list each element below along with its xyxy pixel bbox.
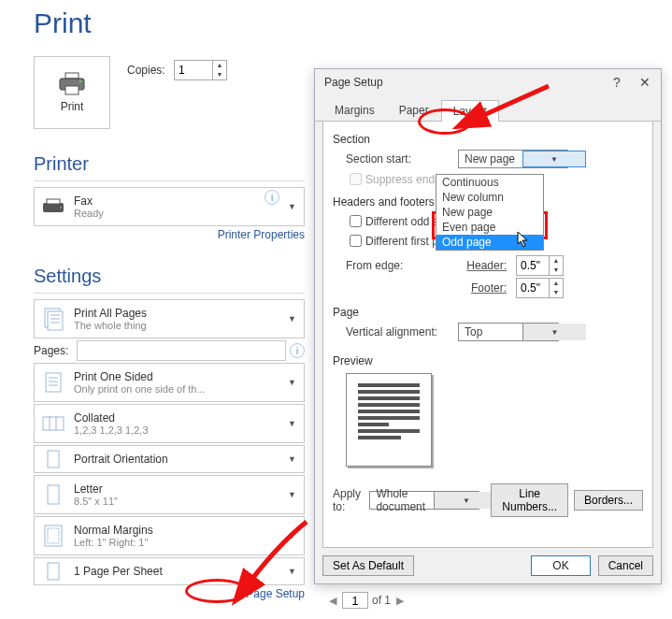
printer-heading: Printer [34,153,305,175]
printer-status: Ready [74,208,284,219]
next-page-button[interactable]: ▶ [394,595,406,607]
settings-heading: Settings [34,266,305,287]
dropdown-item[interactable]: New column [436,190,543,205]
svg-point-6 [60,207,62,209]
copies-label: Copies: [127,64,165,77]
svg-rect-12 [46,373,61,392]
info-icon[interactable]: i [261,190,279,205]
one-side-icon [38,367,68,397]
chevron-down-icon: ▼ [284,419,300,428]
spin-up[interactable]: ▲ [213,61,226,70]
header-label: Header: [458,259,507,272]
info-icon[interactable]: i [290,343,305,358]
valign-combo[interactable]: Top▼ [458,323,559,341]
copies-spinner[interactable]: ▲▼ [174,60,227,80]
section-start-label: Section start: [346,152,458,166]
footer-spinner[interactable]: ▲▼ [516,278,564,298]
svg-rect-18 [56,417,64,430]
svg-rect-23 [48,563,59,580]
from-edge-label: From edge: [346,259,458,272]
print-heading: Print [34,7,305,39]
collate-dropdown[interactable]: Collated1,2,3 1,2,3 1,2,3 ▼ [34,404,305,443]
dropdown-item[interactable]: Continuous [436,175,543,190]
different-first-check[interactable] [350,235,362,247]
chevron-down-icon: ▼ [522,324,586,340]
dropdown-item[interactable]: New page [436,205,543,220]
line-numbers-button[interactable]: Line Numbers... [491,483,568,517]
apply-to-combo[interactable]: Whole document▼ [369,491,479,510]
orientation-dropdown[interactable]: Portrait Orientation ▼ [34,445,305,473]
section-group-label: Section [333,133,643,146]
pages-label: Pages: [34,344,77,357]
svg-rect-20 [48,485,59,504]
printer-icon [58,72,86,96]
set-default-button[interactable]: Set As Default [322,555,414,576]
valign-label: Vertical alignment: [346,325,458,338]
section-start-combo[interactable]: New page▼ [458,150,568,168]
chevron-down-icon: ▼ [284,378,300,387]
chevron-down-icon: ▼ [284,490,300,499]
printer-name: Fax [74,194,284,208]
header-spinner[interactable]: ▲▼ [516,255,564,276]
dialog-title: Page Setup [324,76,603,89]
page-number-input[interactable] [342,592,368,609]
paper-size-dropdown[interactable]: Letter8.5" x 11" ▼ [34,475,305,514]
page-setup-link[interactable]: Page Setup [34,587,305,600]
borders-button[interactable]: Borders... [574,490,643,511]
printer-properties-link[interactable]: Printer Properties [34,228,305,241]
print-button-label: Print [61,100,84,113]
print-button[interactable]: Print [34,56,110,129]
print-range-dropdown[interactable]: Print All PagesThe whole thing ▼ [34,299,305,338]
margins-dropdown[interactable]: Normal MarginsLeft: 1" Right: 1" ▼ [34,516,305,555]
pages-icon [38,304,68,334]
spin-down[interactable]: ▼ [213,70,226,79]
chevron-down-icon: ▼ [284,531,300,540]
svg-rect-2 [65,86,79,94]
chevron-down-icon: ▼ [434,492,497,509]
apply-to-label: Apply to: [333,487,364,513]
svg-rect-5 [47,199,60,204]
prev-page-button[interactable]: ◀ [327,595,338,607]
svg-rect-8 [48,311,63,330]
fax-icon [38,192,68,222]
cancel-button[interactable]: Cancel [598,555,653,576]
suppress-endnotes-check [350,173,362,185]
svg-point-3 [79,80,81,82]
chevron-down-icon: ▼ [284,454,300,464]
help-button[interactable]: ? [603,71,631,94]
pages-per-sheet-dropdown[interactable]: 1 Page Per Sheet ▼ [34,557,305,585]
tab-margins[interactable]: Margins [322,99,387,121]
footer-label: Footer: [458,281,507,295]
different-odd-even-check[interactable] [350,215,362,227]
cursor-icon [517,231,530,248]
svg-rect-19 [48,451,59,468]
page-navigator: ◀ of 1 ▶ [327,592,406,609]
sides-dropdown[interactable]: Print One SidedOnly print on one side of… [34,363,305,402]
svg-rect-0 [65,73,79,79]
chevron-down-icon: ▼ [284,202,300,211]
page-group-label: Page [333,306,643,319]
close-button[interactable]: ✕ [631,71,659,94]
preview-thumbnail [346,373,432,467]
tab-layout[interactable]: Layout [441,100,499,122]
page-setup-dialog: Page Setup ? ✕ Margins Paper Layout Sect… [314,68,662,584]
margins-icon [38,521,68,551]
chevron-down-icon: ▼ [284,314,300,324]
preview-label: Preview [333,354,643,367]
portrait-icon [38,444,68,474]
chevron-down-icon: ▼ [284,567,300,576]
ok-button[interactable]: OK [531,555,590,576]
collated-icon [38,409,68,439]
pages-input[interactable] [77,340,286,361]
chevron-down-icon: ▼ [522,151,586,167]
printer-selector[interactable]: i FaxReady ▼ [34,187,305,226]
sheet-icon [38,556,68,586]
page-total: of 1 [372,594,391,607]
copies-input[interactable] [175,61,212,79]
tab-paper[interactable]: Paper [387,99,441,121]
letter-icon [38,480,68,510]
